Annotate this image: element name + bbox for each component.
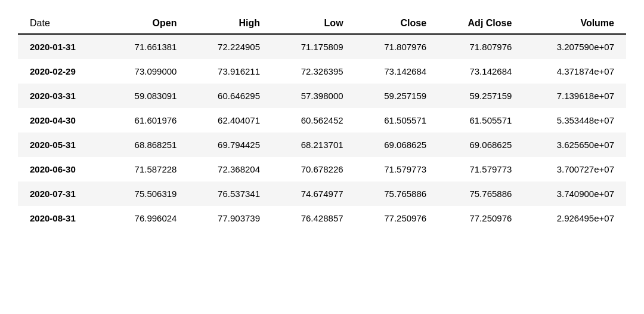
data-cell: 4.371874e+07 xyxy=(524,59,626,84)
data-cell: 7.139618e+07 xyxy=(524,84,626,108)
table-row: 2020-03-3159.08309160.64629557.39800059.… xyxy=(18,84,626,108)
data-cell: 61.601976 xyxy=(106,108,189,133)
data-cell: 3.625650e+07 xyxy=(524,133,626,157)
header-row: Date Open High Low Close Adj Close Volum… xyxy=(18,12,626,34)
data-cell: 71.807976 xyxy=(438,35,524,59)
table-row: 2020-01-3171.66138172.22490571.17580971.… xyxy=(18,35,626,59)
date-cell: 2020-05-31 xyxy=(18,133,106,157)
data-cell: 3.700727e+07 xyxy=(524,157,626,181)
data-cell: 59.083091 xyxy=(106,84,189,108)
date-cell: 2020-02-29 xyxy=(18,59,106,84)
data-cell: 60.562452 xyxy=(272,108,355,133)
data-cell: 77.250976 xyxy=(355,206,439,230)
date-cell: 2020-03-31 xyxy=(18,84,106,108)
table-row: 2020-05-3168.86825169.79442568.21370169.… xyxy=(18,133,626,157)
table-row: 2020-07-3175.50631976.53734174.67497775.… xyxy=(18,181,626,206)
data-cell: 71.579773 xyxy=(355,157,439,181)
data-cell: 74.674977 xyxy=(272,181,355,206)
table-row: 2020-04-3061.60197662.40407160.56245261.… xyxy=(18,108,626,133)
data-cell: 76.428857 xyxy=(272,206,355,230)
table-row: 2020-02-2973.09900073.91621172.32639573.… xyxy=(18,59,626,84)
data-cell: 62.404071 xyxy=(188,108,272,133)
data-cell: 61.505571 xyxy=(355,108,439,133)
table-row: 2020-08-3176.99602477.90373976.42885777.… xyxy=(18,206,626,230)
data-cell: 76.537341 xyxy=(188,181,272,206)
date-cell: 2020-08-31 xyxy=(18,206,106,230)
date-cell: 2020-04-30 xyxy=(18,108,106,133)
data-cell: 71.807976 xyxy=(355,35,439,59)
data-cell: 75.765886 xyxy=(438,181,524,206)
header-open: Open xyxy=(106,12,189,34)
data-cell: 59.257159 xyxy=(438,84,524,108)
data-cell: 68.213701 xyxy=(272,133,355,157)
header-low: Low xyxy=(272,12,355,34)
data-cell: 69.068625 xyxy=(438,133,524,157)
data-cell: 75.765886 xyxy=(355,181,439,206)
data-cell: 73.916211 xyxy=(188,59,272,84)
data-cell: 60.646295 xyxy=(188,84,272,108)
data-cell: 76.996024 xyxy=(106,206,189,230)
data-cell: 72.368204 xyxy=(188,157,272,181)
data-cell: 75.506319 xyxy=(106,181,189,206)
date-cell: 2020-06-30 xyxy=(18,157,106,181)
table-body: 2020-01-3171.66138172.22490571.17580971.… xyxy=(18,35,626,230)
data-cell: 77.903739 xyxy=(188,206,272,230)
header-adj-close: Adj Close xyxy=(438,12,524,34)
data-cell: 73.099000 xyxy=(106,59,189,84)
table-container: Date Open High Low Close Adj Close Volum… xyxy=(0,0,644,242)
data-cell: 71.579773 xyxy=(438,157,524,181)
header-close: Close xyxy=(355,12,439,34)
date-cell: 2020-01-31 xyxy=(18,35,106,59)
data-cell: 3.207590e+07 xyxy=(524,35,626,59)
data-cell: 3.740900e+07 xyxy=(524,181,626,206)
header-date: Date xyxy=(18,12,106,34)
table-row: 2020-06-3071.58722872.36820470.67822671.… xyxy=(18,157,626,181)
data-cell: 72.224905 xyxy=(188,35,272,59)
header-volume: Volume xyxy=(524,12,626,34)
date-cell: 2020-07-31 xyxy=(18,181,106,206)
data-cell: 69.068625 xyxy=(355,133,439,157)
data-cell: 71.661381 xyxy=(106,35,189,59)
data-cell: 73.142684 xyxy=(355,59,439,84)
data-cell: 71.175809 xyxy=(272,35,355,59)
data-cell: 2.926495e+07 xyxy=(524,206,626,230)
data-cell: 59.257159 xyxy=(355,84,439,108)
data-cell: 77.250976 xyxy=(438,206,524,230)
header-high: High xyxy=(188,12,272,34)
data-cell: 57.398000 xyxy=(272,84,355,108)
data-cell: 69.794425 xyxy=(188,133,272,157)
data-cell: 73.142684 xyxy=(438,59,524,84)
data-cell: 70.678226 xyxy=(272,157,355,181)
data-cell: 71.587228 xyxy=(106,157,189,181)
data-cell: 5.353448e+07 xyxy=(524,108,626,133)
data-cell: 68.868251 xyxy=(106,133,189,157)
data-cell: 72.326395 xyxy=(272,59,355,84)
data-table: Date Open High Low Close Adj Close Volum… xyxy=(18,12,626,230)
data-cell: 61.505571 xyxy=(438,108,524,133)
